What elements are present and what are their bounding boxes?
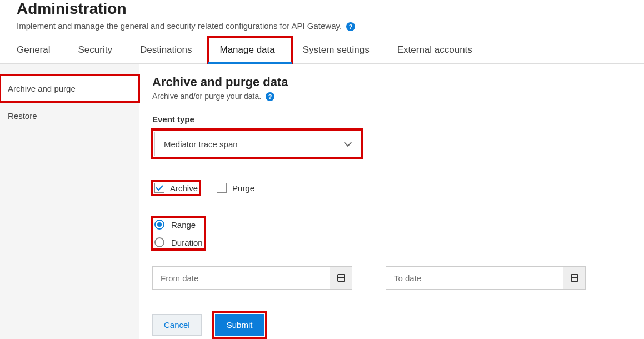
purge-checkbox[interactable] — [217, 183, 227, 193]
duration-radio[interactable] — [154, 237, 164, 247]
tab-manage-data[interactable]: Manage data — [208, 37, 291, 63]
page-subtitle: Implement and manage the general and sec… — [17, 21, 627, 31]
archive-checkbox[interactable] — [154, 183, 164, 193]
cancel-button[interactable]: Cancel — [152, 314, 202, 336]
tab-general[interactable]: General — [6, 37, 67, 63]
range-radio-item[interactable]: Range — [154, 220, 203, 230]
help-icon[interactable]: ? — [266, 92, 274, 101]
to-date-calendar-button[interactable] — [563, 267, 585, 289]
range-radio[interactable] — [154, 220, 164, 230]
section-subtitle-text: Archive and/or purge your data. — [152, 92, 261, 101]
from-date-calendar-button[interactable] — [330, 267, 352, 289]
purge-checkbox-item[interactable]: Purge — [217, 183, 254, 193]
from-date-input[interactable] — [153, 267, 330, 289]
event-type-label: Event type — [152, 114, 633, 124]
purge-label: Purge — [232, 183, 254, 193]
tab-security[interactable]: Security — [67, 37, 128, 63]
to-date-field — [386, 266, 586, 290]
duration-label: Duration — [171, 238, 203, 247]
chevron-down-icon — [344, 139, 352, 147]
from-date-field — [152, 266, 352, 290]
calendar-icon — [337, 274, 345, 282]
event-type-selected: Mediator trace span — [164, 139, 238, 149]
range-label: Range — [171, 220, 196, 230]
section-subtitle: Archive and/or purge your data. ? — [152, 92, 633, 101]
archive-checkbox-item[interactable]: Archive — [154, 183, 198, 193]
tabs: General Security Destinations Manage dat… — [0, 37, 644, 64]
archive-label: Archive — [170, 183, 198, 193]
tab-external-accounts[interactable]: External accounts — [386, 37, 489, 63]
to-date-input[interactable] — [386, 267, 563, 289]
calendar-icon — [571, 274, 578, 282]
tab-system-settings[interactable]: System settings — [292, 37, 386, 63]
sidebar: Archive and purge Restore — [0, 64, 139, 339]
main-content: Archive and purge data Archive and/or pu… — [139, 64, 644, 339]
tab-destinations[interactable]: Destinations — [129, 37, 209, 63]
section-title: Archive and purge data — [152, 75, 633, 89]
page-title: Administration — [17, 0, 627, 18]
help-icon[interactable]: ? — [346, 22, 355, 31]
page-subtitle-text: Implement and manage the general and sec… — [17, 21, 342, 31]
sidebar-item-restore[interactable]: Restore — [0, 102, 139, 129]
sidebar-item-archive-purge[interactable]: Archive and purge — [0, 75, 139, 102]
event-type-dropdown[interactable]: Mediator trace span — [154, 132, 360, 156]
duration-radio-item[interactable]: Duration — [154, 237, 203, 247]
submit-button[interactable]: Submit — [215, 314, 264, 336]
